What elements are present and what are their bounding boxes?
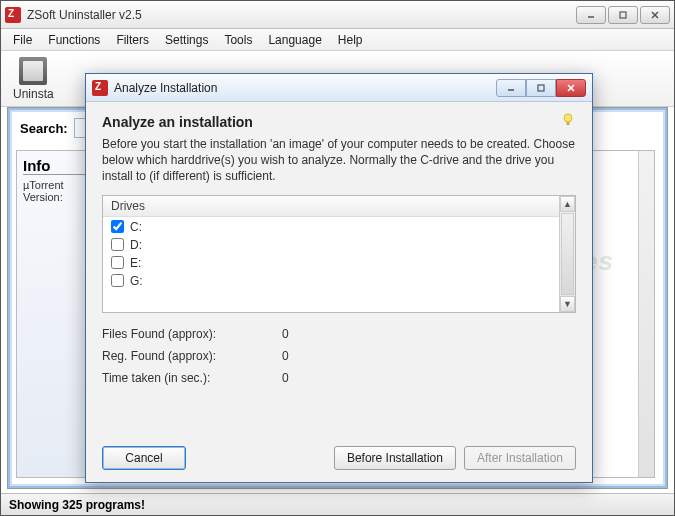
svg-rect-1 (620, 12, 626, 18)
dialog-app-icon (92, 80, 108, 96)
menubar: File Functions Filters Settings Tools La… (1, 29, 674, 51)
analyze-dialog: Analyze Installation Analyze an installa… (85, 73, 593, 483)
minimize-button[interactable] (576, 6, 606, 24)
svg-rect-5 (538, 85, 544, 91)
drives-scrollbar[interactable]: ▲ ▼ (559, 196, 575, 312)
files-found-label: Files Found (approx): (102, 327, 252, 341)
cancel-button[interactable]: Cancel (102, 446, 186, 470)
menu-help[interactable]: Help (332, 31, 369, 49)
reg-found-label: Reg. Found (approx): (102, 349, 252, 363)
drives-list: C: D: E: G: (103, 218, 559, 312)
menu-settings[interactable]: Settings (159, 31, 214, 49)
dialog-heading: Analyze an installation (102, 114, 576, 130)
search-label: Search: (20, 121, 68, 136)
stats: Files Found (approx): 0 Reg. Found (appr… (102, 327, 576, 385)
svg-point-8 (564, 114, 572, 122)
drive-checkbox-d[interactable] (111, 238, 124, 251)
reg-found-value: 0 (282, 349, 322, 363)
dialog-description: Before you start the installation 'an im… (102, 136, 576, 185)
menu-language[interactable]: Language (262, 31, 327, 49)
time-taken-label: Time taken (in sec.): (102, 371, 252, 385)
uninstall-icon (19, 57, 47, 85)
toolbar-uninstall[interactable]: Uninsta (13, 57, 54, 101)
scroll-down-icon[interactable]: ▼ (560, 296, 575, 312)
main-titlebar: ZSoft Uninstaller v2.5 (1, 1, 674, 29)
drive-row-g[interactable]: G: (103, 272, 559, 290)
drive-label: D: (130, 238, 142, 252)
drive-label: E: (130, 256, 141, 270)
time-taken-value: 0 (282, 371, 322, 385)
dialog-close-button[interactable] (556, 79, 586, 97)
close-button[interactable] (640, 6, 670, 24)
scroll-up-icon[interactable]: ▲ (560, 196, 575, 212)
drive-label: G: (130, 274, 143, 288)
drive-checkbox-g[interactable] (111, 274, 124, 287)
svg-rect-9 (567, 122, 570, 125)
dialog-maximize-button[interactable] (526, 79, 556, 97)
statusbar: Showing 325 programs! (1, 493, 674, 515)
list-scrollbar[interactable] (638, 151, 654, 477)
menu-functions[interactable]: Functions (42, 31, 106, 49)
drives-box: Drives C: D: E: G: (102, 195, 576, 313)
dialog-title: Analyze Installation (114, 81, 496, 95)
maximize-button[interactable] (608, 6, 638, 24)
before-installation-button[interactable]: Before Installation (334, 446, 456, 470)
lightbulb-icon (560, 112, 576, 128)
dialog-titlebar[interactable]: Analyze Installation (86, 74, 592, 102)
status-text: Showing 325 programs! (9, 498, 145, 512)
menu-filters[interactable]: Filters (110, 31, 155, 49)
toolbar-uninstall-label: Uninsta (13, 87, 54, 101)
window-title: ZSoft Uninstaller v2.5 (27, 8, 576, 22)
drives-header: Drives (103, 196, 575, 217)
app-icon (5, 7, 21, 23)
drive-row-d[interactable]: D: (103, 236, 559, 254)
menu-file[interactable]: File (7, 31, 38, 49)
drive-checkbox-e[interactable] (111, 256, 124, 269)
drive-checkbox-c[interactable] (111, 220, 124, 233)
files-found-value: 0 (282, 327, 322, 341)
dialog-minimize-button[interactable] (496, 79, 526, 97)
drive-row-c[interactable]: C: (103, 218, 559, 236)
scroll-thumb[interactable] (561, 213, 574, 295)
menu-tools[interactable]: Tools (218, 31, 258, 49)
after-installation-button: After Installation (464, 446, 576, 470)
drive-label: C: (130, 220, 142, 234)
drive-row-e[interactable]: E: (103, 254, 559, 272)
